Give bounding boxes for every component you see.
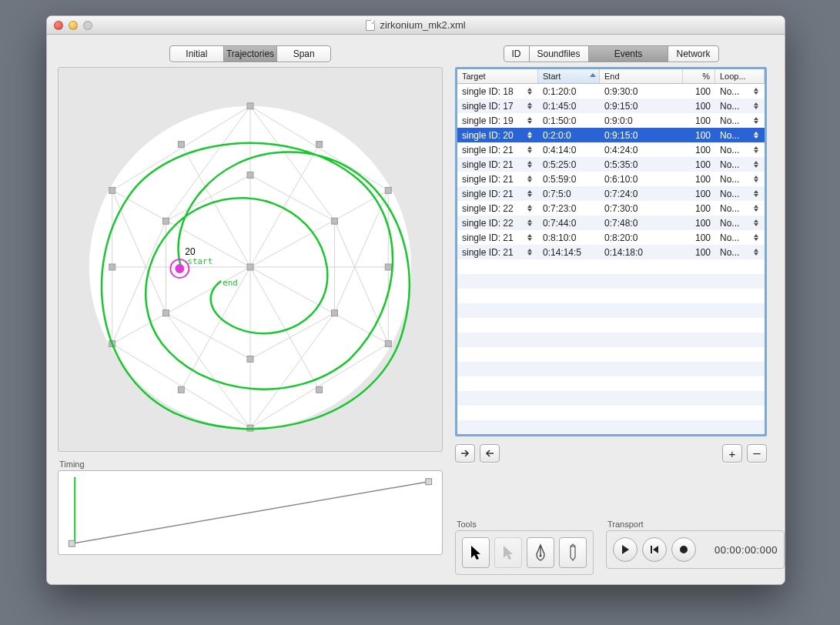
stepper-icon[interactable] <box>754 248 760 257</box>
transport-panel: 00:00:00:000 <box>606 530 785 569</box>
stepper-icon[interactable] <box>527 145 534 155</box>
svg-rect-23 <box>247 172 253 178</box>
svg-rect-28 <box>162 218 169 224</box>
events-table[interactable]: Target Start End % Loop... single ID: 18… <box>455 67 767 436</box>
timing-label: Timing <box>59 460 443 469</box>
tab-id[interactable]: ID <box>504 46 530 62</box>
table-row[interactable]: single ID: 220:7:23:00:7:30:0100No... <box>457 201 765 216</box>
col-start[interactable]: Start <box>538 69 600 83</box>
table-row[interactable]: single ID: 210:5:25:00:5:35:0100No... <box>457 157 765 172</box>
svg-rect-33 <box>316 142 323 148</box>
stepper-icon[interactable] <box>527 204 534 213</box>
tab-span[interactable]: Span <box>277 46 330 62</box>
table-row[interactable]: single ID: 210:7:5:00:7:24:0100No... <box>457 186 765 201</box>
transport-label: Transport <box>607 520 785 529</box>
stepper-icon[interactable] <box>754 233 760 242</box>
move-left-button[interactable] <box>480 444 500 463</box>
stepper-icon[interactable] <box>527 160 534 169</box>
svg-point-44 <box>680 546 688 553</box>
play-button[interactable] <box>613 537 638 562</box>
trajectory-canvas[interactable]: 20 start end <box>58 67 443 452</box>
table-row-empty <box>457 318 765 333</box>
col-loop[interactable]: Loop... <box>715 69 765 83</box>
stepper-icon[interactable] <box>754 116 760 125</box>
table-row-empty <box>457 362 765 376</box>
stepper-icon[interactable] <box>754 145 760 155</box>
stepper-icon[interactable] <box>527 116 534 125</box>
svg-rect-35 <box>316 386 323 393</box>
record-button[interactable] <box>671 537 696 562</box>
stepper-icon[interactable] <box>754 189 760 199</box>
stepper-icon[interactable] <box>527 131 534 140</box>
end-label: end <box>223 278 238 288</box>
stepper-icon[interactable] <box>754 87 760 96</box>
table-row-empty <box>457 420 765 435</box>
timing-panel[interactable] <box>58 470 443 555</box>
stepper-icon[interactable] <box>527 87 534 96</box>
svg-rect-24 <box>332 218 338 224</box>
close-icon[interactable] <box>54 21 63 30</box>
stepper-icon[interactable] <box>754 204 760 213</box>
svg-line-39 <box>72 482 428 544</box>
table-row-empty <box>457 406 765 420</box>
tab-events[interactable]: Events <box>589 46 669 62</box>
svg-rect-41 <box>426 479 432 485</box>
tools-label: Tools <box>457 520 594 529</box>
tab-soundfiles[interactable]: Soundfiles <box>530 46 589 62</box>
svg-rect-40 <box>69 540 75 546</box>
zoom-icon[interactable] <box>83 21 92 30</box>
table-row[interactable]: single ID: 210:5:59:00:6:10:0100No... <box>457 172 765 186</box>
tool-select[interactable] <box>462 537 490 568</box>
svg-rect-22 <box>109 187 115 193</box>
stepper-icon[interactable] <box>527 175 534 184</box>
rewind-button[interactable] <box>642 537 667 562</box>
stepper-icon[interactable] <box>754 131 760 140</box>
stepper-icon[interactable] <box>527 189 534 199</box>
tool-select-alt[interactable] <box>494 537 522 568</box>
tab-network[interactable]: Network <box>668 46 718 62</box>
right-panel-tabs: ID Soundfiles Events Network <box>504 45 719 62</box>
table-row[interactable]: single ID: 220:7:44:00:7:48:0100No... <box>457 216 765 230</box>
table-row[interactable]: single ID: 180:1:20:00:9:30:0100No... <box>457 84 765 99</box>
timecode-display: 00:00:00:000 <box>715 544 778 556</box>
col-percent[interactable]: % <box>683 69 715 83</box>
tab-trajectories[interactable]: Trajectories <box>224 46 278 62</box>
col-end[interactable]: End <box>600 69 683 83</box>
minimize-icon[interactable] <box>69 21 78 30</box>
stepper-icon[interactable] <box>527 219 534 228</box>
table-row-empty <box>457 274 765 289</box>
table-row[interactable]: single ID: 200:2:0:00:9:15:0100No... <box>457 128 765 142</box>
titlebar[interactable]: zirkonium_mk2.xml <box>47 16 785 35</box>
stepper-icon[interactable] <box>527 248 534 257</box>
stepper-icon[interactable] <box>754 219 760 228</box>
svg-rect-34 <box>178 386 184 393</box>
table-row[interactable]: single ID: 210:14:14:50:14:18:0100No... <box>457 245 765 259</box>
table-row[interactable]: single ID: 170:1:45:00:9:15:0100No... <box>457 99 765 113</box>
svg-rect-29 <box>247 264 253 270</box>
window-title-text: zirkonium_mk2.xml <box>380 19 465 31</box>
remove-button[interactable]: – <box>747 444 767 463</box>
table-header: Target Start End % Loop... <box>457 69 765 84</box>
stepper-icon[interactable] <box>754 175 760 184</box>
window-title: zirkonium_mk2.xml <box>47 19 785 31</box>
stepper-icon[interactable] <box>754 160 760 169</box>
svg-rect-26 <box>247 356 253 362</box>
view-mode-tabs: Initial Trajectories Span <box>169 45 331 62</box>
tool-pen[interactable] <box>527 537 554 568</box>
stepper-icon[interactable] <box>527 233 534 242</box>
tab-initial[interactable]: Initial <box>170 46 224 62</box>
table-row[interactable]: single ID: 210:8:10:00:8:20:0100No... <box>457 230 765 245</box>
stepper-icon[interactable] <box>754 102 760 111</box>
stepper-icon[interactable] <box>527 102 534 111</box>
table-row-empty <box>457 303 765 318</box>
start-label: start <box>187 256 213 266</box>
col-target[interactable]: Target <box>457 69 538 83</box>
table-row[interactable]: single ID: 190:1:50:00:9:0:0100No... <box>457 113 765 128</box>
table-row[interactable]: single ID: 210:4:14:00:4:24:0100No... <box>457 142 765 157</box>
table-row-empty <box>457 333 765 347</box>
svg-rect-18 <box>385 187 391 193</box>
add-button[interactable]: + <box>722 444 742 463</box>
move-right-button[interactable] <box>455 444 475 463</box>
svg-rect-32 <box>178 142 184 148</box>
tool-pencil[interactable] <box>559 537 587 568</box>
